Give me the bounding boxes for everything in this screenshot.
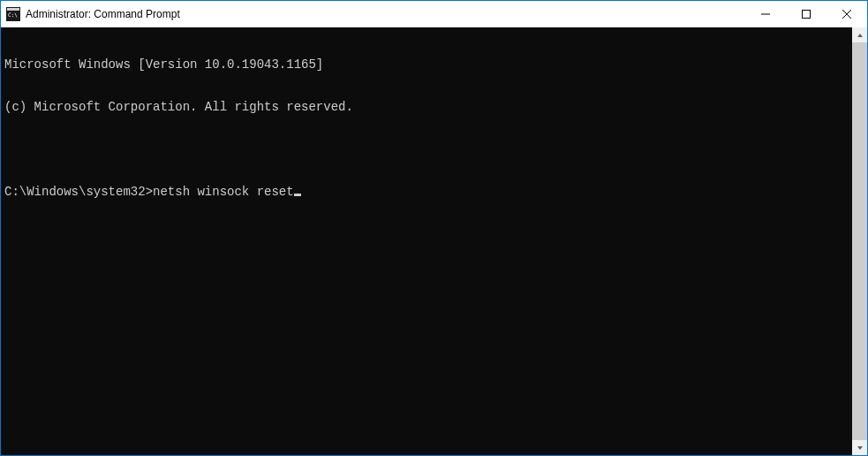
scroll-down-button[interactable] (852, 440, 867, 455)
terminal-copyright-line: (c) Microsoft Corporation. All rights re… (4, 100, 849, 114)
svg-marker-7 (857, 34, 863, 37)
terminal-blank-line (4, 142, 849, 156)
scroll-up-button[interactable] (852, 27, 867, 42)
svg-rect-1 (7, 8, 19, 11)
svg-marker-8 (857, 446, 863, 450)
minimize-button[interactable] (745, 1, 786, 27)
svg-text:C:\: C:\ (8, 11, 18, 18)
command-prompt-window: C:\ Administrator: Command Prompt Micros… (0, 0, 868, 456)
cmd-icon: C:\ (6, 7, 20, 21)
command-input[interactable]: netsh winsock reset (153, 185, 294, 199)
terminal-header-line: Microsoft Windows [Version 10.0.19043.11… (4, 57, 849, 72)
window-controls (745, 1, 867, 27)
maximize-button[interactable] (786, 1, 826, 27)
scrollbar-track[interactable] (852, 42, 867, 440)
prompt-path: C:\Windows\system32> (4, 185, 153, 199)
close-button[interactable] (826, 1, 867, 27)
svg-rect-4 (803, 11, 811, 19)
text-cursor (294, 194, 301, 196)
titlebar[interactable]: C:\ Administrator: Command Prompt (1, 1, 867, 27)
scrollbar-thumb[interactable] (852, 42, 867, 440)
terminal-output[interactable]: Microsoft Windows [Version 10.0.19043.11… (1, 27, 852, 455)
client-area: Microsoft Windows [Version 10.0.19043.11… (1, 27, 867, 455)
vertical-scrollbar[interactable] (852, 27, 867, 455)
terminal-prompt-line: C:\Windows\system32>netsh winsock reset (4, 185, 849, 199)
window-title: Administrator: Command Prompt (26, 8, 180, 20)
